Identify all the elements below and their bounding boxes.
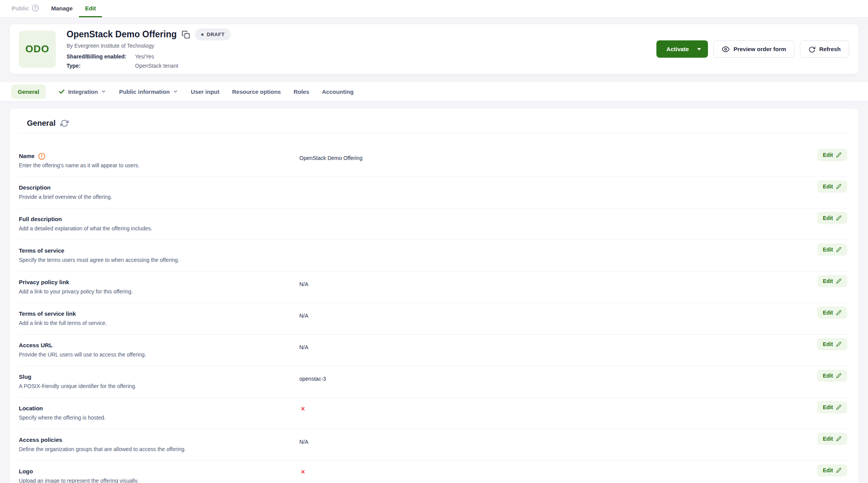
edit-button[interactable]: Edit: [817, 370, 847, 382]
meta-label: Shared/Billing enabled:: [67, 53, 135, 60]
pencil-icon: [836, 341, 841, 347]
row-label: Slug: [19, 372, 32, 381]
divider: [19, 133, 849, 133]
row-label: Location: [19, 404, 43, 413]
row-label: Full description: [19, 215, 62, 224]
question-circle-icon: ?: [32, 5, 39, 12]
edit-button[interactable]: Edit: [817, 180, 847, 193]
edit-button[interactable]: Edit: [817, 464, 847, 476]
activate-button-label: Activate: [666, 46, 689, 52]
section-tab[interactable]: Resource options: [232, 88, 281, 95]
edit-button-label: Edit: [823, 310, 833, 316]
edit-button-label: Edit: [823, 404, 833, 410]
settings-rows: Name Enter the offering's name as it wil…: [19, 145, 849, 483]
edit-button-label: Edit: [823, 467, 833, 473]
row-label: Access policies: [19, 435, 62, 445]
edit-button[interactable]: Edit: [817, 275, 847, 287]
row-description: Add a link to the full terms of service.: [19, 319, 849, 328]
edit-button[interactable]: Edit: [817, 306, 847, 319]
pencil-icon: [836, 247, 841, 252]
edit-button-label: Edit: [823, 373, 833, 379]
edit-button-label: Edit: [823, 152, 833, 158]
view-tab[interactable]: Manage: [45, 0, 79, 17]
row-label: Access URL: [19, 341, 53, 350]
settings-row: Terms of service Specify the terms users…: [19, 240, 849, 271]
row-value: N/A: [299, 281, 308, 287]
edit-button[interactable]: Edit: [817, 338, 847, 350]
draft-badge-label: DRAFT: [207, 32, 225, 37]
missing-value-icon: ×: [301, 468, 305, 476]
meta-row: Shared/Billing enabled: Yes/Yes: [67, 53, 656, 60]
row-value: OpenStack Demo Offering: [299, 155, 362, 161]
row-label: Terms of service link: [19, 309, 76, 318]
edit-button[interactable]: Edit: [817, 243, 847, 256]
row-description: Provide the URL users will use to access…: [19, 350, 849, 359]
row-label: Terms of service: [19, 246, 64, 255]
view-tab[interactable]: Public ?: [5, 0, 45, 17]
sync-icon[interactable]: [60, 119, 68, 127]
offering-byline: By Evergreen Institute of Technology: [67, 43, 656, 49]
section-tab[interactable]: Integration: [58, 88, 107, 95]
pencil-icon: [836, 184, 841, 189]
section-tab[interactable]: Accounting: [322, 88, 354, 95]
view-tab-label: Manage: [51, 5, 73, 12]
row-label: Description: [19, 183, 51, 192]
settings-row: Description Provide a brief overview of …: [19, 177, 849, 208]
section-tab-label: Roles: [294, 88, 309, 95]
offering-header-info: OpenStack Demo Offering DRAFT By Evergre…: [67, 28, 656, 70]
settings-row: Location Specify where the offering is h…: [19, 398, 849, 429]
section-tab-label: Resource options: [232, 88, 281, 95]
edit-button[interactable]: Edit: [817, 433, 847, 445]
row-description: Upload an image to represent the offerin…: [19, 476, 849, 483]
pencil-icon: [836, 152, 841, 158]
section-tab-label: Integration: [68, 88, 98, 95]
warning-icon: [38, 153, 45, 160]
edit-button[interactable]: Edit: [817, 149, 847, 161]
edit-button[interactable]: Edit: [817, 212, 847, 224]
section-tab[interactable]: User input: [191, 88, 219, 95]
activate-button[interactable]: Activate: [656, 40, 708, 58]
view-tab-bar: Public ? Manage Edit: [0, 0, 868, 18]
section-tab-label: Public information: [119, 88, 170, 95]
preview-order-form-label: Preview order form: [733, 46, 786, 52]
pencil-icon: [836, 405, 841, 410]
settings-row: Privacy policy link Add a link to your p…: [19, 271, 849, 303]
edit-button-label: Edit: [823, 278, 833, 284]
edit-button-label: Edit: [823, 183, 833, 190]
view-tab-label: Public: [12, 5, 29, 12]
row-description: Provide a brief overview of the offering…: [19, 193, 849, 202]
eye-icon: [722, 45, 729, 53]
settings-row: Name Enter the offering's name as it wil…: [19, 145, 849, 177]
settings-row: Logo Upload an image to represent the of…: [19, 461, 849, 483]
offering-header-card: ODO OpenStack Demo Offering DRAFT By Eve…: [9, 24, 859, 74]
refresh-icon: [808, 46, 815, 53]
row-value: openstac-3: [299, 376, 326, 382]
copy-icon[interactable]: [182, 30, 190, 39]
offering-avatar-initials: ODO: [25, 43, 49, 55]
pencil-icon: [836, 278, 841, 284]
section-heading: General: [27, 119, 55, 127]
settings-row: Full description Add a detailed explanat…: [19, 208, 849, 240]
pencil-icon: [836, 215, 841, 221]
refresh-button[interactable]: Refresh: [800, 40, 849, 58]
caret-down-icon: [697, 48, 701, 50]
preview-order-form-button[interactable]: Preview order form: [713, 40, 795, 58]
edit-button-label: Edit: [823, 436, 833, 442]
settings-row: Slug A POSIX-friendly unique identifier …: [19, 366, 849, 398]
row-description: Specify where the offering is hosted.: [19, 413, 849, 422]
general-settings-card: General Name Enter the offering's name a…: [9, 108, 859, 483]
settings-row: Access URL Provide the URL users will us…: [19, 335, 849, 366]
edit-button[interactable]: Edit: [817, 401, 847, 413]
view-tab[interactable]: Edit: [79, 0, 102, 17]
meta-row: Type: OpenStack tenant: [67, 62, 656, 70]
row-description: Define the organization groups that are …: [19, 445, 849, 454]
row-description: A POSIX-friendly unique identifier for t…: [19, 382, 849, 391]
section-tab[interactable]: Public information: [119, 88, 178, 95]
missing-value-icon: ×: [301, 405, 305, 413]
section-tab[interactable]: Roles: [294, 88, 309, 95]
edit-button-label: Edit: [823, 341, 833, 347]
row-description: Add a link to your privacy policy for th…: [19, 287, 849, 296]
chevron-down-icon: [101, 89, 106, 94]
section-tab[interactable]: General: [11, 85, 46, 99]
chevron-down-icon: [173, 89, 178, 94]
